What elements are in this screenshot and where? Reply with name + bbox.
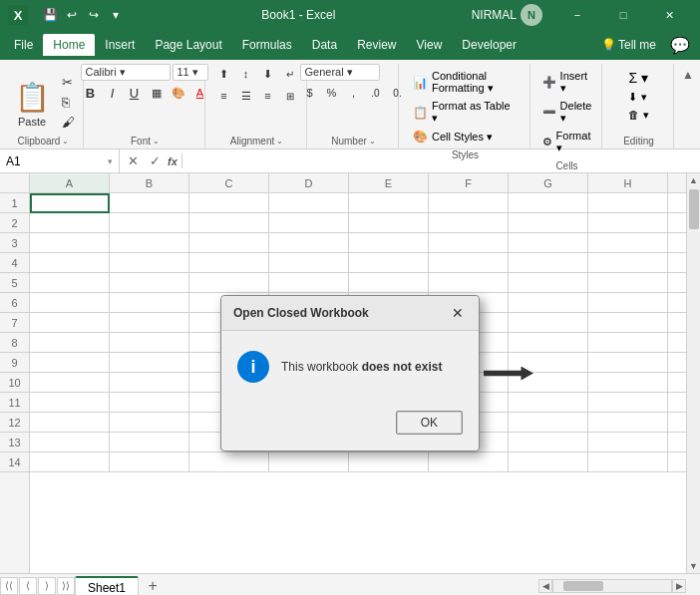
align-left-button[interactable]: ≡	[214, 86, 234, 106]
fill-button[interactable]: ⬇ ▾	[622, 89, 652, 106]
format-as-table-button[interactable]: 📋 Format as Table ▾	[407, 98, 524, 127]
format-painter-icon: 🖌	[62, 115, 75, 130]
menu-view[interactable]: View	[407, 34, 453, 56]
merge-cells-button[interactable]: ⊞	[280, 86, 300, 106]
tell-me-button[interactable]: 💡 Tell me	[593, 38, 664, 52]
ribbon-group-alignment: ⬆ ↕ ⬇ ↵ ≡ ☰ ≡ ⊞ Alignment ⌄	[207, 64, 307, 149]
align-middle-button[interactable]: ↕	[236, 64, 256, 84]
dialog-body: i This workbook does not exist	[221, 331, 479, 403]
add-sheet-button[interactable]: +	[143, 576, 163, 596]
dialog-title: Open Closed Workbook	[233, 306, 369, 320]
cell-styles-button[interactable]: 🎨 Cell Styles ▾	[407, 128, 499, 146]
number-row2: $ % , .0 0.	[300, 83, 408, 103]
feedback-button[interactable]: 💬	[664, 36, 696, 55]
alignment-label[interactable]: Alignment ⌄	[213, 134, 300, 149]
h-scroll-track[interactable]	[552, 579, 672, 593]
confirm-formula-button[interactable]: ✓	[146, 153, 164, 168]
percent-button[interactable]: %	[322, 83, 342, 103]
comma-button[interactable]: ,	[344, 83, 364, 103]
h-scroll-thumb[interactable]	[563, 581, 603, 591]
sheet-navigation: ⟨⟨ ⟨ ⟩ ⟩⟩	[0, 577, 75, 595]
cut-icon: ✂	[62, 75, 73, 90]
format-cells-button[interactable]: ⚙ Format ▾	[536, 128, 598, 156]
cells-label[interactable]: Cells	[538, 158, 595, 173]
menu-home[interactable]: Home	[43, 34, 95, 56]
insert-function-button[interactable]: fx	[168, 155, 177, 167]
undo-button[interactable]: ↩	[62, 5, 82, 25]
menu-review[interactable]: Review	[347, 34, 406, 56]
quick-access-dropdown[interactable]: ▾	[106, 5, 126, 25]
sheet-prev-button[interactable]: ⟨	[19, 577, 37, 595]
fill-color-button[interactable]: 🎨	[169, 83, 188, 103]
wrap-text-button[interactable]: ↵	[280, 64, 300, 84]
bold-button[interactable]: B	[81, 83, 101, 103]
name-box[interactable]: A1 ▾	[0, 149, 120, 173]
conditional-formatting-label: Conditional Formatting ▾	[432, 70, 518, 95]
copy-button[interactable]: ⎘	[58, 93, 79, 112]
number-format-dropdown[interactable]: General ▾	[300, 64, 380, 81]
redo-button[interactable]: ↪	[84, 5, 104, 25]
clipboard-label[interactable]: Clipboard ⌄	[10, 134, 77, 149]
align-top-button[interactable]: ⬆	[214, 64, 234, 84]
sheet-last-button[interactable]: ⟩⟩	[57, 577, 75, 595]
delete-cells-button[interactable]: ➖ Delete ▾	[536, 98, 598, 127]
menu-file[interactable]: File	[4, 34, 43, 56]
dialog-close-button[interactable]: ✕	[449, 304, 467, 322]
cancel-formula-button[interactable]: ✕	[124, 153, 142, 168]
accounting-button[interactable]: $	[300, 83, 320, 103]
format-painter-button[interactable]: 🖌	[58, 113, 79, 132]
font-label[interactable]: Font ⌄	[92, 134, 198, 149]
scroll-left-button[interactable]: ◀	[538, 579, 552, 593]
menu-insert[interactable]: Insert	[95, 34, 145, 56]
delete-icon: ➖	[542, 106, 556, 119]
paste-button[interactable]: 📋 Paste	[9, 77, 56, 132]
scroll-right-button[interactable]: ▶	[672, 579, 686, 593]
underline-button[interactable]: U	[125, 83, 145, 103]
menu-data[interactable]: Data	[302, 34, 347, 56]
menu-formulas[interactable]: Formulas	[232, 34, 302, 56]
info-icon: i	[237, 351, 269, 383]
font-family-dropdown[interactable]: Calibri ▾	[81, 64, 171, 81]
menu-bar: File Home Insert Page Layout Formulas Da…	[0, 30, 700, 60]
border-button[interactable]: ▦	[147, 83, 167, 103]
alignment-expand-icon: ⌄	[276, 137, 283, 146]
number-label[interactable]: Number ⌄	[315, 134, 392, 149]
dialog-footer: OK	[221, 403, 479, 450]
ribbon-group-styles: 📊 Conditional Formatting ▾ 📋 Format as T…	[401, 64, 530, 149]
align-center-button[interactable]: ☰	[236, 86, 256, 106]
lightbulb-icon: 💡	[601, 38, 616, 52]
clear-button[interactable]: 🗑 ▾	[622, 107, 654, 124]
name-box-dropdown[interactable]: ▾	[108, 156, 113, 166]
sheet-first-button[interactable]: ⟨⟨	[0, 577, 18, 595]
close-button[interactable]: ✕	[646, 0, 692, 30]
italic-button[interactable]: I	[103, 83, 123, 103]
dialog-open-closed-workbook: Open Closed Workbook ✕ i This workbook d…	[220, 295, 480, 451]
autosum-button[interactable]: Σ ▾	[622, 68, 654, 88]
editing-label-text: Editing	[623, 136, 654, 147]
menu-developer[interactable]: Developer	[452, 34, 526, 56]
window-controls: − □ ✕	[554, 0, 692, 30]
sheet-next-button[interactable]: ⟩	[38, 577, 56, 595]
minimize-button[interactable]: −	[554, 0, 600, 30]
font-label-text: Font	[131, 136, 151, 147]
save-button[interactable]: 💾	[40, 5, 60, 25]
menu-page-layout[interactable]: Page Layout	[145, 34, 231, 56]
collapse-ribbon-button[interactable]: ▲	[678, 64, 698, 86]
align-bottom-button[interactable]: ⬇	[258, 64, 278, 84]
dialog-ok-button[interactable]: OK	[396, 411, 463, 435]
increase-decimal-button[interactable]: .0	[366, 83, 386, 103]
spreadsheet-container: 1 2 3 4 5 6 7 8 9 10 11 12 13 14 A B C D…	[0, 173, 700, 573]
title-bar: X 💾 ↩ ↪ ▾ Book1 - Excel NIRMAL N − □ ✕	[0, 0, 700, 30]
styles-label[interactable]: Styles	[407, 148, 524, 162]
cut-button[interactable]: ✂	[58, 73, 79, 92]
copy-icon: ⎘	[62, 95, 70, 110]
horizontal-scrollbar[interactable]: ◀ ▶	[538, 579, 686, 593]
align-right-button[interactable]: ≡	[258, 86, 278, 106]
clipboard-expand-icon: ⌄	[62, 137, 69, 146]
editing-label[interactable]: Editing	[610, 134, 667, 149]
font-size-dropdown[interactable]: 11 ▾	[173, 64, 208, 81]
maximize-button[interactable]: □	[600, 0, 646, 30]
sheet-tab-sheet1[interactable]: Sheet1	[75, 576, 139, 596]
insert-cells-button[interactable]: ➕ Insert ▾	[536, 68, 598, 97]
conditional-formatting-button[interactable]: 📊 Conditional Formatting ▾	[407, 68, 524, 97]
